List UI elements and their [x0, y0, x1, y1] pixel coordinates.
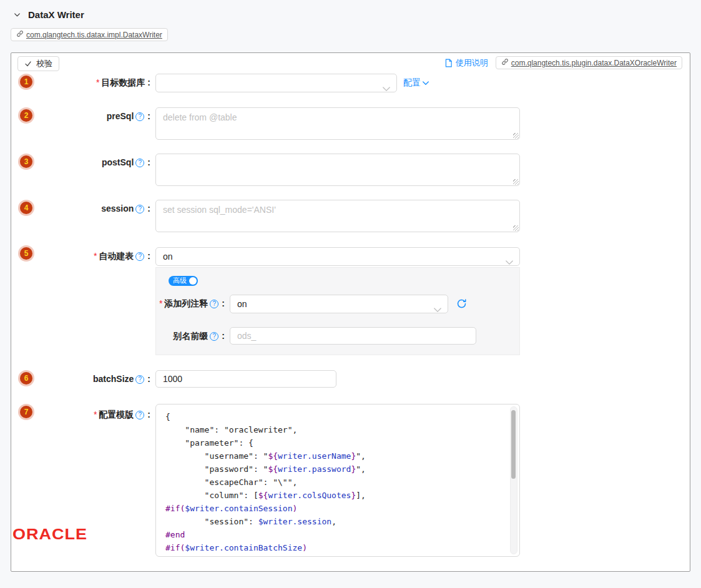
help-icon[interactable]: ?: [210, 300, 218, 308]
advanced-toggle-label: 高级: [173, 276, 187, 285]
form-panel: 校验 使用说明 com.qlangtech.tis.plugin.datax.D…: [11, 52, 690, 572]
panel-header: 校验 使用说明 com.qlangtech.tis.plugin.datax.D…: [11, 56, 682, 71]
add-col-comment-select-value: on: [237, 299, 247, 309]
plugin-class-tag[interactable]: com.qlangtech.tis.plugin.datax.DataXOrac…: [496, 56, 682, 69]
field-label-auto-create: *自动建表?:: [11, 247, 150, 355]
form-row-add-col-comment: *添加列注释?: on: [156, 295, 519, 313]
usage-doc-link[interactable]: 使用说明: [444, 57, 488, 69]
help-icon[interactable]: ?: [135, 375, 144, 384]
annotation-badge-2: 2: [20, 109, 32, 122]
plugin-class-label: com.qlangtech.tis.plugin.datax.DataXOrac…: [511, 59, 677, 67]
scrollbar-track: [510, 406, 517, 554]
advanced-toggle[interactable]: 高级: [169, 276, 198, 286]
document-icon: [444, 59, 453, 67]
form-row-auto-create: 5 *自动建表?: on 高级: [11, 247, 682, 355]
validate-button-label: 校验: [36, 58, 52, 69]
annotation-badge-6: 6: [20, 372, 32, 385]
field-label-alias-prefix: 别名前缀?:: [156, 327, 225, 345]
session-textarea[interactable]: [155, 200, 520, 232]
descriptor-tag[interactable]: com.qlangtech.tis.datax.impl.DataxWriter: [11, 28, 168, 41]
descriptor-tag-label: com.qlangtech.tis.datax.impl.DataxWriter: [26, 31, 162, 39]
annotation-badge-7: 7: [20, 406, 32, 418]
auto-create-select[interactable]: on: [155, 247, 520, 266]
form-row-alias-prefix: 别名前缀?:: [156, 327, 519, 345]
required-mark: *: [96, 77, 99, 87]
add-col-comment-select[interactable]: on: [230, 295, 448, 313]
config-link-label: 配置: [403, 77, 421, 89]
datax-writer-page: DataX Writer com.qlangtech.tis.datax.imp…: [0, 0, 701, 588]
annotation-badge-5: 5: [20, 247, 32, 260]
chevron-down-icon: [383, 80, 390, 97]
refresh-icon[interactable]: [456, 298, 467, 309]
postsql-textarea[interactable]: [155, 154, 520, 186]
oracle-logo: ORACLE: [12, 526, 87, 544]
help-icon[interactable]: ?: [135, 252, 144, 261]
help-icon[interactable]: ?: [135, 411, 144, 419]
annotation-badge-1: 1: [20, 76, 32, 88]
field-label-presql: preSql?:: [11, 107, 150, 140]
config-dropdown-link[interactable]: 配置: [403, 74, 429, 92]
presql-textarea[interactable]: [155, 107, 520, 140]
chevron-down-icon: [423, 81, 429, 86]
annotation-badge-4: 4: [20, 202, 32, 214]
advanced-sub-panel: 高级 *添加列注释?: on: [155, 267, 520, 355]
code-content: { "name": "oraclewriter", "parameter": {…: [165, 410, 501, 557]
usage-doc-label: 使用说明: [456, 57, 488, 69]
required-mark: *: [159, 298, 162, 308]
resize-handle[interactable]: [513, 179, 519, 185]
chevron-down-icon: [506, 253, 513, 271]
required-mark: *: [94, 409, 97, 419]
batchsize-input[interactable]: [155, 370, 336, 388]
section-header: DataX Writer: [0, 0, 701, 20]
form-row-target-db: 1 *目标数据库: 配置: [11, 74, 682, 92]
page-title: DataX Writer: [28, 9, 84, 20]
resize-handle[interactable]: [513, 225, 519, 231]
required-mark: *: [94, 251, 97, 261]
alias-prefix-input[interactable]: [230, 327, 476, 345]
scrollbar-thumb[interactable]: [511, 410, 516, 479]
auto-create-select-value: on: [163, 252, 173, 262]
target-db-select[interactable]: [155, 74, 397, 92]
link-icon: [16, 30, 24, 39]
help-icon[interactable]: ?: [135, 112, 144, 121]
resize-handle[interactable]: [513, 133, 519, 139]
config-template-editor[interactable]: { "name": "oraclewriter", "parameter": {…: [155, 404, 520, 557]
form-row-presql: 2 preSql?:: [11, 107, 682, 140]
collapse-chevron-icon[interactable]: [13, 11, 21, 19]
check-icon: [24, 60, 32, 67]
help-icon[interactable]: ?: [210, 332, 218, 341]
validate-button[interactable]: 校验: [17, 56, 59, 71]
field-label-session: session?:: [11, 200, 150, 232]
help-icon[interactable]: ?: [135, 159, 144, 167]
field-label-add-col-comment: *添加列注释?:: [156, 295, 225, 313]
link-icon: [501, 58, 509, 67]
help-icon[interactable]: ?: [135, 205, 144, 213]
annotation-badge-3: 3: [20, 155, 32, 168]
form-row-config-template: 7 *配置模版?: { "name": "oraclewriter", "par…: [11, 404, 682, 557]
toggle-knob: [189, 277, 197, 285]
chevron-down-icon: [434, 301, 441, 318]
form-row-batchsize: 6 batchSize?:: [11, 370, 682, 388]
form-row-postsql: 3 postSql?:: [11, 154, 682, 186]
field-label-postsql: postSql?:: [11, 154, 150, 186]
form-row-session: 4 session?:: [11, 200, 682, 232]
